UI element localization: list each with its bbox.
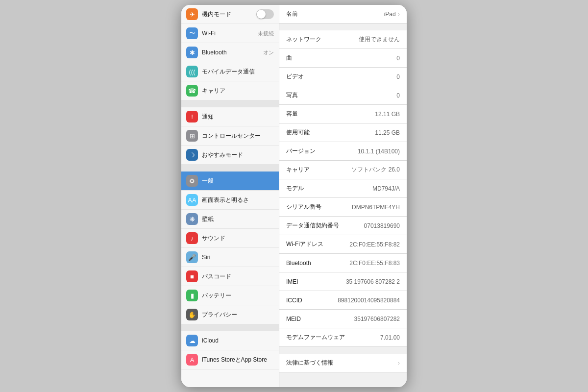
sidebar-item-label-itunes: iTunes StoreとApp Store (202, 356, 267, 364)
ipad-frame: ✈機内モード〜Wi-Fi未接続✱Bluetoothオン(((モバイルデータ通信☎… (181, 5, 407, 387)
sidebar-item-wifi[interactable]: 〜Wi-Fi未接続 (181, 24, 279, 43)
detail-value-imei: 35 197606 807282 2 (346, 278, 400, 285)
sidebar-section-gap (181, 165, 279, 172)
detail-value-bluetooth: 2C:F0:EE:55:F8:83 (349, 260, 400, 267)
sidebar-item-notifications[interactable]: !通知 (181, 107, 279, 126)
sidebar-item-label-passcode: パスコード (202, 272, 231, 281)
sidebar-item-battery[interactable]: ▮バッテリー (181, 286, 279, 305)
bluetooth-icon: ✱ (186, 47, 198, 58)
detail-row-model: モデルMD794J/A (279, 179, 407, 198)
detail-row-datacontract: データ通信契約番号07013819690 (279, 217, 407, 235)
sidebar-item-label-display: 画面表示と明るさ (202, 196, 249, 204)
wallpaper-icon: ❋ (186, 213, 198, 225)
detail-value-text-photos: 0 (396, 92, 400, 99)
detail-row-songs: 曲0 (279, 49, 407, 68)
airplane-toggle[interactable] (256, 9, 274, 19)
sidebar-item-label-control: コントロールセンター (202, 132, 261, 140)
sidebar-item-carrier[interactable]: ☎キャリア (181, 81, 279, 100)
detail-row-bluetooth: Bluetooth2C:F0:EE:55:F8:83 (279, 254, 407, 272)
general-icon: ⚙ (186, 175, 198, 187)
detail-value-wifiaddress: 2C:F0:EE:55:F8:82 (349, 241, 400, 248)
sidebar-item-right-wifi: 未接続 (258, 30, 274, 37)
sidebar-item-label-wifi: Wi-Fi (202, 30, 216, 37)
detail-row-carrier: キャリアソフトバンク 26.0 (279, 161, 407, 179)
sidebar-item-general[interactable]: ⚙一般 (181, 172, 279, 191)
sidebar-item-label-airplane: 機内モード (202, 10, 231, 19)
siri-icon: 🎤 (186, 251, 198, 263)
detail-label-capacity: 容量 (286, 110, 298, 118)
detail-label-legal: 法律に基づく情報 (286, 359, 333, 367)
detail-value-text-version: 10.1.1 (14B100) (358, 148, 400, 155)
chevron-icon: › (398, 10, 400, 18)
detail-value-version: 10.1.1 (14B100) (358, 148, 400, 155)
sidebar-item-passcode[interactable]: ■パスコード (181, 267, 279, 286)
detail-value-photos: 0 (396, 92, 400, 99)
donotdisturb-icon: ☽ (186, 149, 198, 161)
detail-row-network: ネットワーク使用できません (279, 30, 407, 49)
detail-value-text-network: 使用できません (359, 35, 400, 44)
detail-label-songs: 曲 (286, 54, 292, 62)
detail-value-name: iPad› (384, 10, 400, 18)
sidebar-item-label-notifications: 通知 (202, 113, 214, 121)
ipad-screen: ✈機内モード〜Wi-Fi未接続✱Bluetoothオン(((モバイルデータ通信☎… (181, 5, 407, 387)
detail-row-capacity: 容量12.11 GB (279, 105, 407, 123)
sidebar-item-donotdisturb[interactable]: ☽おやすみモード (181, 146, 279, 165)
detail-value-legal: › (398, 359, 400, 367)
sidebar-item-privacy[interactable]: ✋プライバシー (181, 305, 279, 324)
sidebar-item-itunes[interactable]: AiTunes StoreとApp Store (181, 350, 279, 369)
sidebar-item-label-privacy: プライバシー (202, 311, 237, 319)
detail-value-model: MD794J/A (372, 185, 400, 192)
detail-value-text-name: iPad (384, 11, 396, 18)
detail-value-meid: 35197606807282 (354, 316, 400, 322)
sidebar-item-control[interactable]: ⊞コントロールセンター (181, 126, 279, 146)
sidebar-item-wallpaper[interactable]: ❋壁紙 (181, 210, 279, 229)
sidebar-item-label-icloud: iCloud (202, 337, 219, 344)
sidebar-item-label-donotdisturb: おやすみモード (202, 151, 243, 159)
detail-value-text-bluetooth: 2C:F0:EE:55:F8:83 (349, 260, 400, 267)
sidebar-item-airplane[interactable]: ✈機内モード (181, 5, 279, 24)
detail-value-text-available: 11.25 GB (375, 129, 400, 136)
detail-label-iccid: ICCID (286, 297, 302, 304)
sidebar-item-display[interactable]: AA画面表示と明るさ (181, 191, 279, 210)
detail-value-network: 使用できません (359, 35, 400, 44)
detail-label-name: 名前 (286, 10, 298, 18)
detail-row-meid: MEID35197606807282 (279, 310, 407, 328)
sidebar-item-siri[interactable]: 🎤Siri (181, 248, 279, 267)
passcode-icon: ■ (186, 270, 198, 282)
sidebar-item-right-bluetooth: オン (263, 49, 274, 56)
notifications-icon: ! (186, 111, 198, 122)
sidebar-item-bluetooth[interactable]: ✱Bluetoothオン (181, 43, 279, 62)
detail-value-serial: DMPN6TPMF4YH (352, 204, 400, 211)
detail-value-available: 11.25 GB (375, 129, 400, 136)
detail-value-text-datacontract: 07013819690 (364, 222, 400, 229)
detail-row-available: 使用可能11.25 GB (279, 123, 407, 142)
sidebar-item-icloud[interactable]: ☁iCloud (181, 331, 279, 350)
detail-label-modem: モデムファームウェア (286, 333, 345, 342)
detail-row-iccid: ICCID8981200014095820884 (279, 291, 407, 310)
sidebar-item-label-siri: Siri (202, 254, 210, 261)
detail-value-text-songs: 0 (396, 55, 400, 62)
control-icon: ⊞ (186, 130, 198, 142)
privacy-icon: ✋ (186, 309, 198, 320)
detail-value-carrier: ソフトバンク 26.0 (351, 166, 400, 174)
detail-row-name[interactable]: 名前iPad› (279, 5, 407, 24)
detail-row-photos: 写真0 (279, 86, 407, 105)
detail-section-gap (279, 347, 407, 354)
sidebar-item-label-sound: サウンド (202, 234, 225, 243)
detail-value-text-imei: 35 197606 807282 2 (346, 278, 400, 285)
sidebar-item-sound[interactable]: ♪サウンド (181, 229, 279, 248)
detail-value-text-carrier: ソフトバンク 26.0 (351, 166, 400, 174)
detail-label-photos: 写真 (286, 91, 298, 99)
detail-value-modem: 7.01.00 (380, 334, 400, 341)
detail-row-wifiaddress: Wi-Fiアドレス2C:F0:EE:55:F8:82 (279, 235, 407, 254)
detail-row-legal[interactable]: 法律に基づく情報› (279, 354, 407, 372)
battery-icon: ▮ (186, 290, 198, 301)
detail-value-text-meid: 35197606807282 (354, 316, 400, 322)
sidebar-item-mobile[interactable]: (((モバイルデータ通信 (181, 62, 279, 81)
itunes-icon: A (186, 354, 198, 366)
detail-label-serial: シリアル番号 (286, 203, 321, 211)
sidebar-item-label-battery: バッテリー (202, 292, 231, 300)
sound-icon: ♪ (186, 232, 198, 244)
detail-value-text-iccid: 8981200014095820884 (338, 297, 400, 304)
sidebar-item-label-bluetooth: Bluetooth (202, 49, 227, 56)
